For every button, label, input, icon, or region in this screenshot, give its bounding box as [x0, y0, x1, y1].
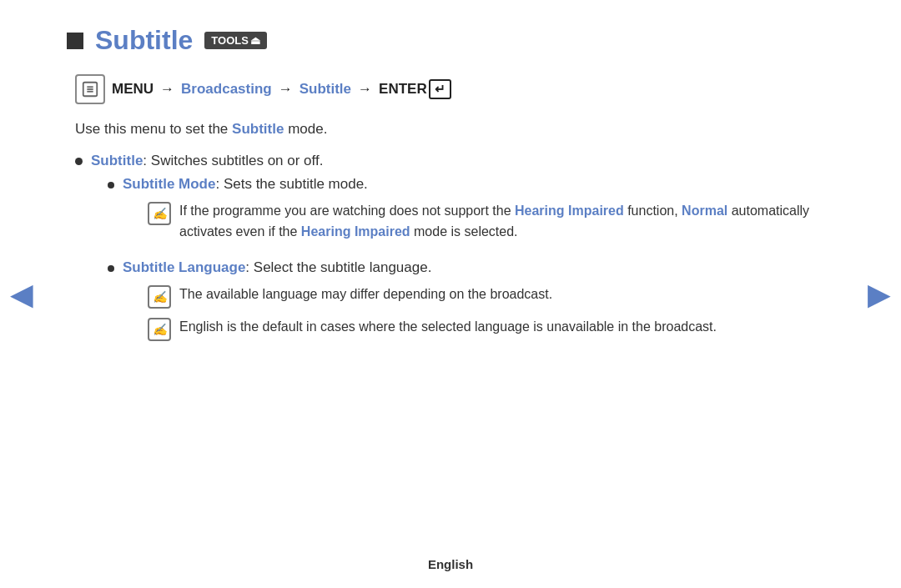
- sub-bullet-dot: [108, 265, 114, 272]
- normal-label: Normal: [682, 204, 727, 218]
- nav-arrow-3: →: [358, 81, 372, 98]
- menu-icon: [75, 74, 105, 104]
- sub-bullet-dot: [108, 182, 114, 188]
- main-content: Use this menu to set the Subtitle mode. …: [67, 121, 834, 358]
- intro-text-before: Use this menu to set the: [75, 121, 228, 137]
- bullet-dot: [75, 158, 83, 165]
- tools-label: TOOLS: [211, 34, 249, 47]
- list-item-content: Subtitle: Switches subtitles on or off. …: [91, 153, 834, 358]
- tools-icon: ⏏: [250, 34, 260, 47]
- subtitle-language-label: Subtitle Language: [123, 259, 245, 275]
- note-3-text: English is the default in cases where th…: [179, 317, 717, 338]
- nav-left-arrow[interactable]: ◀: [10, 277, 33, 312]
- sub-bullet-list: Subtitle Mode: Sets the subtitle mode. ✍…: [108, 176, 834, 349]
- nav-broadcasting: Broadcasting: [181, 81, 272, 98]
- subtitle-language-content: Subtitle Language: Select the subtitle l…: [123, 259, 717, 349]
- note-icon-2: ✍: [148, 285, 171, 309]
- intro-text: Use this menu to set the Subtitle mode.: [75, 121, 834, 138]
- list-item: Subtitle Mode: Sets the subtitle mode. ✍…: [108, 176, 834, 251]
- page-container: Subtitle TOOLS⏏ MENU → Broadcasting → Su…: [0, 0, 901, 588]
- nav-menu-label: MENU: [112, 81, 154, 98]
- note-1-text: If the programme you are watching does n…: [179, 201, 834, 243]
- page-header: Subtitle TOOLS⏏: [67, 25, 834, 56]
- intro-text-after: mode.: [288, 121, 327, 137]
- note-2-text: The available language may differ depend…: [179, 284, 552, 305]
- subtitle-mode-text: : Sets the subtitle mode.: [215, 176, 367, 192]
- nav-right-arrow[interactable]: ▶: [868, 277, 891, 312]
- subtitle-mode-content: Subtitle Mode: Sets the subtitle mode. ✍…: [123, 176, 834, 251]
- list-item: Subtitle Language: Select the subtitle l…: [108, 259, 834, 349]
- nav-subtitle: Subtitle: [299, 81, 351, 98]
- list-item: Subtitle: Switches subtitles on or off. …: [75, 153, 834, 358]
- hearing-impaired-2: Hearing Impaired: [301, 224, 410, 239]
- subtitle-label: Subtitle: [91, 153, 143, 168]
- subtitle-mode-label: Subtitle Mode: [123, 176, 215, 192]
- nav-path: MENU → Broadcasting → Subtitle → ENTER↵: [67, 74, 834, 104]
- subtitle-language-text: : Select the subtitle language.: [245, 259, 431, 275]
- note-2: ✍ The available language may differ depe…: [148, 284, 717, 309]
- note-icon-1: ✍: [148, 202, 171, 225]
- nav-arrow-2: →: [279, 81, 293, 98]
- subtitle-text: : Switches subtitles on or off.: [143, 153, 323, 168]
- main-bullet-list: Subtitle: Switches subtitles on or off. …: [75, 153, 834, 358]
- footer-language: English: [428, 557, 473, 571]
- page-title: Subtitle: [95, 25, 193, 56]
- nav-arrow-1: →: [160, 81, 174, 98]
- page-footer: English: [428, 557, 473, 571]
- enter-box: ↵: [429, 79, 451, 99]
- nav-enter: ENTER↵: [379, 79, 451, 99]
- note-3: ✍ English is the default in cases where …: [148, 317, 717, 341]
- note-1: ✍ If the programme you are watching does…: [148, 201, 834, 243]
- square-icon: [67, 33, 83, 49]
- note-icon-3: ✍: [148, 318, 171, 341]
- hearing-impaired-1: Hearing Impaired: [515, 204, 624, 218]
- tools-badge: TOOLS⏏: [204, 32, 267, 49]
- intro-highlight: Subtitle: [232, 121, 284, 137]
